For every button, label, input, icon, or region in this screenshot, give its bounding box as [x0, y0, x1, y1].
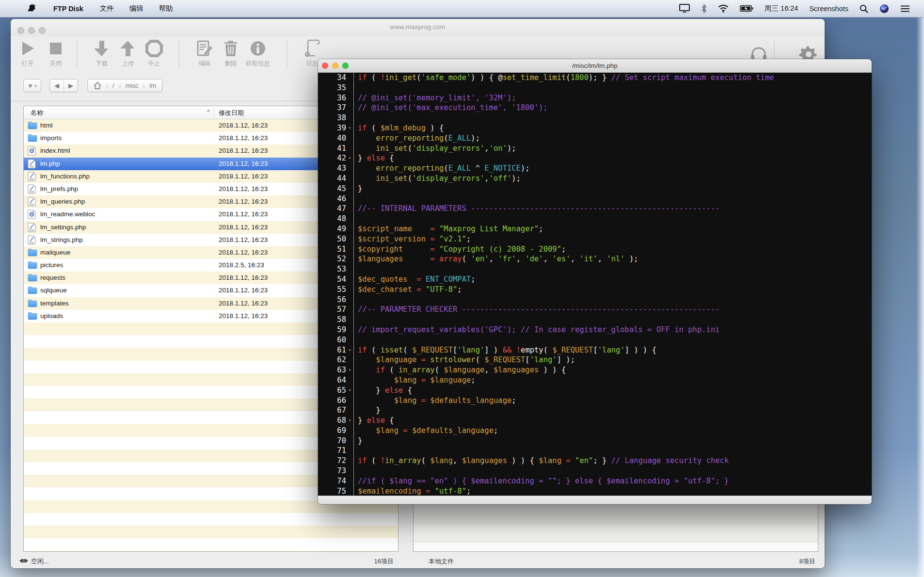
code-line: 57//-- PARAMETER CHECKER ---------------…	[318, 305, 872, 315]
column-divider[interactable]	[214, 108, 214, 117]
code-line: 60	[318, 335, 872, 345]
line-number: 70	[318, 436, 346, 446]
toolbar-separator	[77, 40, 78, 66]
menu-status-clock[interactable]: 周三 16:24	[761, 0, 801, 17]
apple-menu[interactable]	[18, 0, 45, 17]
spotlight-icon[interactable]	[856, 0, 872, 17]
code-line: 61▾if ( isset( $_REQUEST['lang'] ) && !e…	[318, 345, 872, 355]
fold-arrow-icon[interactable]: ▾	[346, 345, 353, 355]
menu-file[interactable]: 文件	[92, 0, 122, 17]
line-number: 57	[318, 305, 346, 315]
line-number: 37	[318, 103, 346, 113]
line-number: 49	[318, 224, 346, 234]
home-icon[interactable]	[90, 80, 105, 92]
battery-icon[interactable]	[736, 0, 757, 17]
empty-row	[414, 525, 818, 538]
wifi-icon[interactable]	[715, 0, 732, 17]
file-modified-date: 2018.1.12, 16:23	[219, 312, 268, 320]
file-modified-date: 2018.1.12, 16:23	[219, 173, 268, 180]
fold-arrow-icon[interactable]: ▾	[346, 416, 353, 426]
code-line: 38	[318, 113, 872, 123]
fold-gutter	[346, 375, 353, 385]
close-button[interactable]: 关闭	[35, 38, 76, 68]
file-name: lm_settings.php	[40, 224, 86, 231]
line-number: 46	[318, 194, 346, 204]
code-text: $language = strtolower( $_REQUEST['lang'…	[358, 355, 575, 365]
fold-gutter	[346, 274, 353, 285]
ftp-titlebar[interactable]: www.maxprog.com	[11, 19, 825, 36]
code-text: //if ( $lang == "en" ) { $emailencoding …	[358, 476, 729, 486]
fold-gutter	[346, 194, 353, 204]
line-number: 42	[318, 153, 346, 163]
fold-gutter	[346, 335, 353, 345]
file-modified-date: 2018.1.12, 16:23	[219, 287, 268, 294]
menu-status-screenshots-menu[interactable]: Screenshots	[806, 0, 852, 17]
breadcrumb-item-lm[interactable]: lm	[145, 80, 160, 92]
code-line: 47//-- INTERNAL PARAMETERS -------------…	[318, 204, 872, 214]
fold-arrow-icon[interactable]: ▾	[346, 153, 353, 163]
transfer-status-icon	[19, 558, 28, 565]
code-line: 52$languages = array( 'en', 'fr', 'de', …	[318, 254, 872, 264]
code-text: if ( !in_array( $lang, $languages ) ) { …	[358, 456, 729, 466]
code-text: $lang = $defaults_language;	[358, 426, 498, 436]
svg-text:PHP: PHP	[30, 204, 34, 206]
file-modified-date: 2018.1.12, 16:23	[219, 210, 268, 218]
fold-gutter	[346, 163, 353, 174]
menu-app-name[interactable]: FTP Disk	[45, 0, 92, 17]
fold-arrow-icon[interactable]: ▾	[346, 385, 353, 396]
forward-button[interactable]: ▶	[64, 80, 78, 92]
fold-gutter	[346, 476, 353, 486]
code-line: 51$copyright = "Copyright (c) 2008 - 200…	[318, 244, 872, 255]
info-button[interactable]: 获取信息	[238, 38, 278, 68]
fold-gutter	[346, 73, 353, 83]
fold-arrow-icon[interactable]: ▾	[346, 365, 353, 375]
line-number: 62	[318, 355, 346, 365]
line-number: 61	[318, 345, 346, 355]
code-line: 39▾if ( $mlm_debug ) {	[318, 123, 872, 133]
fold-arrow-icon[interactable]: ▾	[346, 123, 353, 133]
code-line: 40 error_reporting(E_ALL);	[318, 133, 872, 144]
code-text: $dec_charset = "UTF-8";	[358, 285, 462, 295]
code-text: }	[358, 436, 362, 446]
code-text: } else {	[358, 153, 394, 163]
folder-icon	[28, 121, 37, 130]
activity-text: 空闲...	[31, 557, 49, 566]
editor-titlebar[interactable]: /misc/lm/lm.php	[318, 59, 872, 73]
bluetooth-icon[interactable]	[698, 0, 710, 17]
line-number: 65	[318, 385, 346, 396]
toolbar-button-label: 下载	[96, 60, 108, 68]
scroll-icon	[304, 38, 320, 59]
column-header-name[interactable]: 名称	[31, 109, 43, 117]
notification-center-icon[interactable]	[897, 0, 913, 17]
line-number: 56	[318, 295, 346, 305]
file-icon: PHP	[28, 223, 37, 232]
fold-gutter	[346, 244, 353, 255]
folder-icon	[28, 133, 37, 143]
file-name: lm_strings.php	[40, 236, 83, 243]
code-text: }	[358, 405, 381, 416]
code-line: 48	[318, 214, 872, 224]
code-line: 70}	[318, 436, 872, 446]
menu-help[interactable]: 帮助	[151, 0, 181, 17]
breadcrumb-item-misc[interactable]: misc	[122, 80, 143, 92]
line-number: 36	[318, 93, 346, 103]
sort-ascending-icon[interactable]: ^	[207, 109, 210, 115]
fold-gutter	[346, 305, 353, 315]
column-header-date[interactable]: 修改日期	[219, 109, 244, 117]
display-icon[interactable]	[676, 0, 693, 17]
siri-icon[interactable]	[876, 0, 892, 17]
file-modified-date: 2018.1.12, 16:23	[219, 185, 268, 192]
abort-button[interactable]: 中止	[134, 38, 175, 68]
favorites-button[interactable]: ♥▾	[23, 79, 41, 92]
line-number: 69	[318, 426, 346, 436]
fold-gutter	[346, 426, 353, 436]
code-editor[interactable]: 34if ( !ini_get('safe_mode') ) { @set_ti…	[318, 73, 872, 496]
toolbar-button-label: 打开	[22, 60, 34, 68]
code-line: 65▾ } else {	[318, 385, 872, 396]
file-modified-date: 2018.1.12, 16:23	[219, 236, 268, 243]
menu-edit[interactable]: 编辑	[122, 0, 151, 17]
horizontal-scrollbar[interactable]	[414, 541, 818, 551]
back-button[interactable]: ◀	[50, 80, 64, 92]
fold-gutter	[346, 285, 353, 295]
breadcrumb-item-/[interactable]: /	[109, 80, 118, 92]
